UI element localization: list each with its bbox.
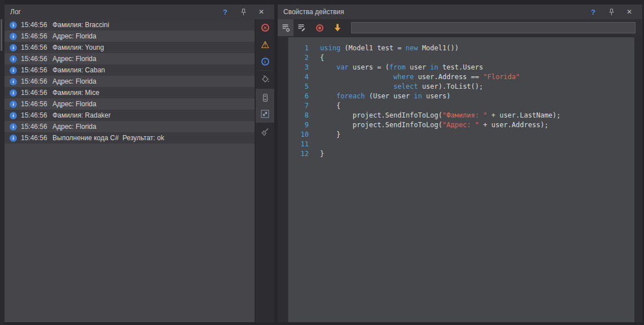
code-line: 3 var users = (from user in test.Users <box>288 63 634 72</box>
log-entry[interactable]: i15:46:56Адрес: Florida <box>5 76 255 87</box>
log-time: 15:46:56 <box>21 21 52 29</box>
code-line: 11 <box>288 140 634 149</box>
code-settings-button[interactable] <box>278 19 293 36</box>
log-time: 15:46:56 <box>21 134 52 142</box>
log-toolbar-group <box>256 89 274 123</box>
properties-body: 1using (Model1 test = new Model1())2{3 v… <box>278 36 642 322</box>
code-text <box>309 140 320 148</box>
scroll-toggle-icon <box>260 93 270 103</box>
filter-errors-button[interactable]: ✕ <box>256 19 274 36</box>
code-text: using (Model1 test = new Model1()) <box>309 44 459 52</box>
record-button[interactable] <box>312 19 327 36</box>
log-entry[interactable]: i15:46:56Фамилия: Braccini <box>5 19 255 31</box>
info-icon: i <box>10 33 17 40</box>
left-dock-strip <box>0 0 5 325</box>
insert-value-button[interactable] <box>330 19 345 36</box>
log-toolbar: ✕ ⚠ i <box>255 19 274 322</box>
code-text: select user).ToList(); <box>309 83 483 90</box>
line-number: 4 <box>288 72 309 82</box>
log-message: Выполнение кода C# Результат: ok <box>52 134 164 142</box>
log-time: 15:46:56 <box>21 44 52 51</box>
help-icon[interactable]: ? <box>219 6 231 18</box>
line-number: 6 <box>288 92 309 101</box>
log-time: 15:46:56 <box>21 123 52 131</box>
close-icon[interactable]: ✕ <box>623 6 636 18</box>
log-time: 15:46:56 <box>21 32 52 40</box>
log-entry[interactable]: i15:46:56Адрес: Florida <box>5 98 255 110</box>
line-number: 8 <box>288 111 309 120</box>
arrow-down-icon <box>333 23 342 32</box>
code-line: 10 } <box>288 130 634 140</box>
error-circle-icon: ✕ <box>261 24 269 32</box>
filter-info-button[interactable]: i <box>256 53 274 70</box>
list-gear-icon <box>281 23 291 33</box>
clear-log-button[interactable] <box>256 123 274 142</box>
log-message: Фамилия: Caban <box>52 66 105 74</box>
code-edit-button[interactable] <box>293 19 309 36</box>
paint-tag-icon <box>260 74 270 84</box>
properties-panel-header: Свойства действия ? ✕ <box>278 5 642 19</box>
list-pencil-icon <box>297 23 306 33</box>
code-line: 12} <box>288 149 634 159</box>
log-message: Адрес: Florida <box>52 123 97 131</box>
record-icon <box>316 24 323 32</box>
pin-icon[interactable] <box>237 6 249 18</box>
expand-window-button[interactable] <box>256 106 274 122</box>
log-entry[interactable]: i15:46:56Адрес: Florida <box>5 31 255 42</box>
info-icon: i <box>10 44 17 51</box>
line-number: 3 <box>288 63 309 72</box>
code-editor[interactable]: 1using (Model1 test = new Model1())2{3 v… <box>288 37 634 322</box>
close-icon[interactable]: ✕ <box>255 6 268 18</box>
code-text: { <box>309 102 340 110</box>
log-entry[interactable]: i15:46:56Выполнение кода C# Результат: o… <box>5 132 255 144</box>
properties-panel-title: Свойства действия <box>283 8 581 16</box>
log-message: Фамилия: Mice <box>52 89 99 97</box>
autoscroll-button[interactable] <box>256 90 274 106</box>
pin-icon[interactable] <box>605 6 617 18</box>
highlight-button[interactable] <box>256 71 274 88</box>
help-icon[interactable]: ? <box>587 6 599 18</box>
log-message: Фамилия: Young <box>52 44 104 51</box>
code-text: foreach (User user in users) <box>309 92 450 100</box>
log-message: Адрес: Florida <box>52 55 97 63</box>
code-text: where user.Address == "Florida" <box>309 73 520 81</box>
info-icon: i <box>10 89 17 97</box>
left-scrollbar-thumb[interactable] <box>1 19 2 51</box>
info-icon: i <box>10 67 17 74</box>
code-line: 9 project.SendInfoToLog("Адрес: " + user… <box>288 120 634 130</box>
broom-icon <box>260 127 270 137</box>
log-time: 15:46:56 <box>21 100 52 108</box>
log-entry[interactable]: i15:46:56Фамилия: Caban <box>5 64 255 76</box>
log-entry[interactable]: i15:46:56Адрес: Florida <box>5 121 255 132</box>
action-value-input[interactable] <box>351 22 636 33</box>
log-entry[interactable]: i15:46:56Фамилия: Mice <box>5 87 255 98</box>
log-entry[interactable]: i15:46:56Фамилия: Radaker <box>5 110 255 121</box>
code-text: { <box>309 54 324 62</box>
log-time: 15:46:56 <box>21 77 52 85</box>
log-message: Адрес: Florida <box>52 77 97 85</box>
log-entry[interactable]: i15:46:56Адрес: Florida <box>5 53 255 64</box>
code-text: project.SendInfoToLog("Фамилия: " + user… <box>309 111 560 119</box>
code-text: var users = (from user in test.Users <box>309 63 483 71</box>
code-line: 5 select user).ToList(); <box>288 82 634 92</box>
code-lines: 1using (Model1 test = new Model1())2{3 v… <box>288 44 634 159</box>
info-icon: i <box>10 55 17 63</box>
log-panel-title: Лог <box>10 8 213 16</box>
log-message: Фамилия: Braccini <box>52 21 109 29</box>
line-number: 10 <box>288 130 309 140</box>
code-line: 4 where user.Address == "Florida" <box>288 72 634 82</box>
log-message: Адрес: Florida <box>52 32 97 40</box>
action-properties-panel: Свойства действия ? ✕ <box>278 5 642 322</box>
filter-warnings-button[interactable]: ⚠ <box>256 36 274 53</box>
log-panel: Лог ? ✕ i15:46:56Фамилия: Braccinii15:46… <box>5 5 274 322</box>
code-line: 1using (Model1 test = new Model1()) <box>288 44 634 53</box>
code-line: 8 project.SendInfoToLog("Фамилия: " + us… <box>288 111 634 120</box>
log-panel-header: Лог ? ✕ <box>5 5 274 19</box>
info-icon: i <box>10 135 17 142</box>
log-entry[interactable]: i15:46:56Фамилия: Young <box>5 42 255 53</box>
info-circle-icon: i <box>261 58 269 66</box>
info-icon: i <box>10 112 17 119</box>
info-icon: i <box>10 21 17 29</box>
line-number: 1 <box>288 44 309 53</box>
warning-triangle-icon: ⚠ <box>261 40 269 50</box>
